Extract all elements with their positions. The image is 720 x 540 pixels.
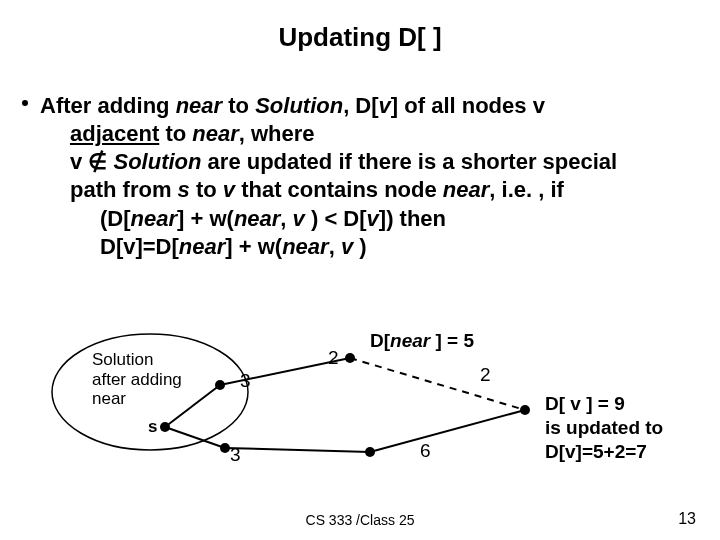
solution-1: Solution (255, 93, 343, 118)
t: ) (353, 234, 366, 259)
weight-3-top: 3 (240, 370, 251, 392)
t: , (329, 234, 341, 259)
slide-title: Updating D[ ] (0, 0, 720, 53)
solution-2: Solution (113, 149, 201, 174)
near-2: near (192, 121, 238, 146)
weight-6: 6 (420, 440, 431, 462)
t: (D[ (100, 206, 131, 231)
line2: adjacent to near, where (40, 120, 617, 148)
line3: v ∉ Solution are updated if there is a s… (40, 148, 617, 176)
t: is updated to (545, 417, 663, 438)
v-5: v (341, 234, 353, 259)
edge-b-c (225, 448, 370, 452)
adjacent: adjacent (70, 121, 159, 146)
s-label: s (148, 417, 157, 437)
diagram: Solution after adding near s 3 3 2 2 6 D… (50, 330, 690, 490)
near-3: near (443, 177, 489, 202)
t: are updated if there is a shorter specia… (201, 149, 617, 174)
near-7: near (282, 234, 328, 259)
t: after adding (92, 370, 182, 389)
t: ] + w( (225, 234, 282, 259)
s-var: s (178, 177, 190, 202)
weight-3-bottom: 3 (230, 444, 241, 466)
t: ] of all nodes v (391, 93, 545, 118)
t: to (190, 177, 223, 202)
v-3: v (293, 206, 305, 231)
near-1: near (176, 93, 222, 118)
t: that contains node (235, 177, 443, 202)
v-4: v (367, 206, 379, 231)
t: D[ v ] = 9 (545, 393, 625, 414)
weight-2-top: 2 (328, 347, 339, 369)
t: near (92, 389, 126, 408)
near-5: near (234, 206, 280, 231)
t: After adding (40, 93, 176, 118)
solution-set-label: Solution after adding near (92, 350, 182, 409)
v-2: v (223, 177, 235, 202)
line1: After adding near to Solution, D[v] of a… (40, 93, 545, 118)
t: to (222, 93, 255, 118)
edge-s-b (165, 427, 225, 448)
t: ] + w( (177, 206, 234, 231)
line6: D[v]=D[near] + w(near, v ) (40, 233, 617, 261)
footer: CS 333 /Class 25 (0, 512, 720, 528)
d-near-label: D[near ] = 5 (370, 330, 474, 352)
edge-near-v (350, 358, 525, 410)
line5: (D[near] + w(near, v ) < D[v]) then (40, 205, 617, 233)
d-v-label: D[ v ] = 9 is updated to D[v]=5+2=7 (545, 392, 663, 463)
page-number: 13 (678, 510, 696, 528)
line4: path from s to v that contains node near… (40, 176, 617, 204)
near-6: near (179, 234, 225, 259)
weight-2-right: 2 (480, 364, 491, 386)
t: , (280, 206, 292, 231)
t: ]) then (379, 206, 446, 231)
t: D[v]=D[ (100, 234, 179, 259)
near-4: near (131, 206, 177, 231)
t: Solution (92, 350, 153, 369)
near-fig: near (390, 330, 430, 351)
t: v (70, 149, 88, 174)
t: D[v]=5+2=7 (545, 441, 647, 462)
t: , i.e. , if (489, 177, 564, 202)
t: ) < D[ (305, 206, 367, 231)
t: , D[ (343, 93, 378, 118)
bullet-block: After adding near to Solution, D[v] of a… (40, 92, 617, 261)
t: , where (239, 121, 315, 146)
notin-symbol: ∉ (88, 149, 107, 174)
edge-c-v (370, 410, 525, 452)
bullet-dot (22, 100, 28, 106)
v-1: v (379, 93, 391, 118)
t: path from (70, 177, 178, 202)
t: to (159, 121, 192, 146)
